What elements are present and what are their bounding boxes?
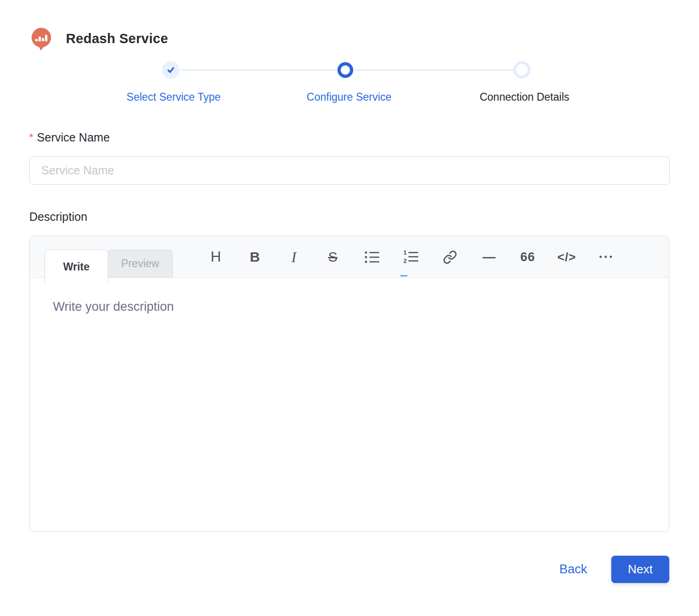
service-name-input[interactable] xyxy=(29,156,670,185)
horizontal-rule-icon: — xyxy=(483,250,495,264)
service-wizard-page: Redash Service Select Service Type Confi… xyxy=(0,0,699,616)
bold-button[interactable]: B xyxy=(245,245,265,269)
more-icon: ••• xyxy=(597,252,615,262)
unordered-list-icon xyxy=(364,250,380,264)
svg-text:2: 2 xyxy=(403,257,407,264)
check-icon xyxy=(166,65,175,75)
strikethrough-button[interactable]: S xyxy=(323,245,343,269)
link-icon xyxy=(443,250,457,264)
editor-toolbar: H B I S xyxy=(206,236,615,278)
stepper-connector-2 xyxy=(355,69,513,71)
step-circle-connection-details[interactable] xyxy=(513,61,531,78)
italic-icon: I xyxy=(291,249,297,266)
step-circle-configure-service[interactable] xyxy=(337,62,353,78)
description-editor: Write Preview H B I S xyxy=(29,236,669,532)
tab-preview[interactable]: Preview xyxy=(108,250,173,278)
heading-button[interactable]: H xyxy=(206,245,226,269)
horizontal-rule-button[interactable]: — xyxy=(479,245,498,269)
bold-icon: B xyxy=(250,249,260,265)
code-icon: </> xyxy=(557,250,576,264)
italic-button[interactable]: I xyxy=(284,245,304,269)
code-button[interactable]: </> xyxy=(557,245,576,269)
ordered-list-button[interactable]: 1 2 xyxy=(401,245,421,269)
service-name-label-text: Service Name xyxy=(37,131,110,144)
redash-logo xyxy=(29,26,53,51)
description-textarea[interactable] xyxy=(30,283,669,533)
service-name-label: *Service Name xyxy=(29,131,110,144)
page-title: Redash Service xyxy=(66,31,168,46)
description-label: Description xyxy=(29,210,87,224)
step-label-connection-details[interactable]: Connection Details xyxy=(479,91,569,103)
svg-text:1: 1 xyxy=(403,250,407,256)
link-button[interactable] xyxy=(440,245,460,269)
next-button[interactable]: Next xyxy=(611,556,669,583)
unordered-list-button[interactable] xyxy=(362,245,382,269)
quote-icon: 66 xyxy=(520,250,535,264)
back-button[interactable]: Back xyxy=(559,562,587,577)
quote-button[interactable]: 66 xyxy=(518,245,537,269)
strikethrough-icon: S xyxy=(328,249,337,265)
step-label-configure-service[interactable]: Configure Service xyxy=(307,91,392,103)
required-asterisk: * xyxy=(29,131,33,143)
step-label-select-service-type[interactable]: Select Service Type xyxy=(127,91,221,103)
tab-write[interactable]: Write xyxy=(45,250,108,283)
ordered-list-icon: 1 2 xyxy=(403,250,419,264)
heading-icon: H xyxy=(211,249,221,265)
more-button[interactable]: ••• xyxy=(596,245,615,269)
stepper-connector-1 xyxy=(181,69,337,71)
step-circle-select-service-type[interactable] xyxy=(162,61,180,79)
redash-logo-icon xyxy=(29,26,53,51)
